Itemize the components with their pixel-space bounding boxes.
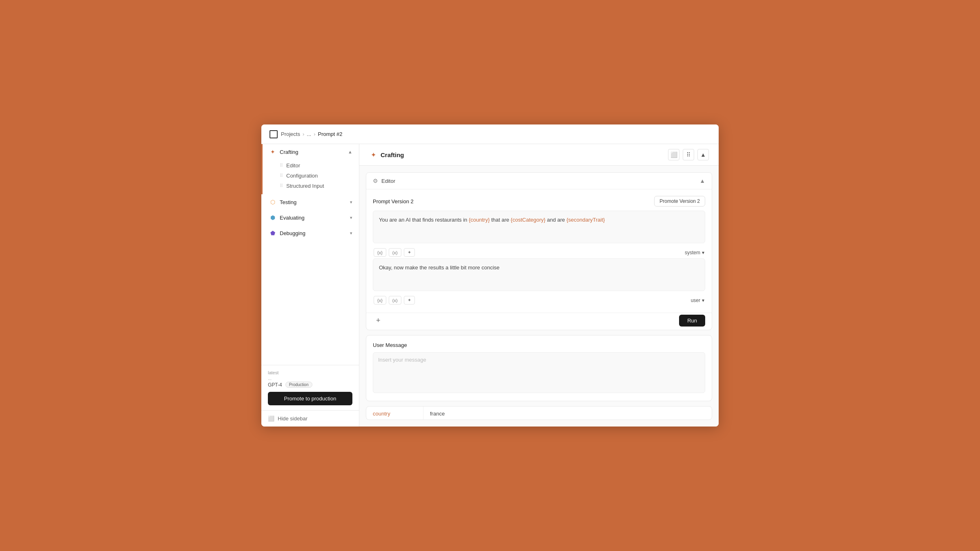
- system-var-costcategory: {costCategory}: [511, 217, 546, 223]
- main-layout: ✦ Crafting ▲ ⠿ Editor ⠿ Configuration: [261, 144, 719, 427]
- editor-section-header: ⚙ Editor ▲: [366, 173, 712, 189]
- breadcrumb: Projects › ... › Prompt #2: [281, 131, 342, 137]
- system-message-text: You are an AI that finds restaurants in …: [379, 216, 699, 224]
- system-var-secondarytrait: {secondaryTrait}: [566, 217, 605, 223]
- evaluating-label: Evaluating: [280, 215, 305, 221]
- sidebar-section-debugging-header[interactable]: ⬟ Debugging ▾: [263, 225, 359, 241]
- breadcrumb-dots[interactable]: ...: [307, 131, 311, 137]
- system-var-country: {country}: [469, 217, 490, 223]
- prompt-block-header: Prompt Version 2 Promote Version 2: [373, 196, 705, 207]
- user-message-title: User Message: [373, 342, 705, 348]
- evaluating-chevron: ▾: [350, 215, 352, 220]
- debugging-icon: ⬟: [269, 229, 276, 237]
- system-var-btn-1[interactable]: {x}: [374, 248, 386, 257]
- sidebar-subitem-configuration[interactable]: ⠿ Configuration: [263, 171, 359, 181]
- testing-icon: ⬡: [269, 198, 276, 206]
- user-role-selector[interactable]: user ▾: [691, 298, 704, 303]
- gear-icon: ⚙: [373, 178, 378, 184]
- structured-input-label: Structured Input: [286, 183, 324, 189]
- variable-value-country[interactable]: france: [423, 407, 712, 420]
- system-role-chevron: ▾: [702, 250, 704, 256]
- user-message-text-1: Okay, now make the results a little bit …: [379, 264, 699, 272]
- user-var-btn-2[interactable]: (x): [389, 296, 401, 304]
- evaluating-icon: ⬢: [269, 214, 276, 221]
- editor-collapse-button[interactable]: ▲: [699, 178, 705, 184]
- user-role-chevron: ▾: [702, 298, 704, 303]
- crafting-label: Crafting: [280, 149, 298, 155]
- variable-key-country[interactable]: country: [366, 407, 423, 420]
- breadcrumb-sep-2: ›: [314, 131, 315, 137]
- grid-button[interactable]: ⠿: [683, 149, 694, 160]
- system-text-mid1: that are: [490, 217, 510, 223]
- user-message-box-1: Okay, now make the results a little bit …: [373, 258, 705, 291]
- system-var-btn-2[interactable]: (x): [389, 248, 401, 257]
- content-header-left: ✦ Crafting: [369, 151, 404, 159]
- content-header: ✦ Crafting ⬜ ⠿ ▲: [359, 144, 719, 166]
- sidebar-subitem-editor[interactable]: ⠿ Editor: [263, 160, 359, 171]
- collapse-button[interactable]: ▲: [697, 149, 709, 160]
- user-role-label: user: [691, 298, 700, 303]
- testing-section-left: ⬡ Testing: [269, 198, 296, 206]
- debugging-label: Debugging: [280, 230, 305, 236]
- sidebar-bottom: latest ... GPT-4 Production Promote to p…: [261, 365, 359, 410]
- system-role-label: system: [685, 250, 700, 256]
- content-header-actions: ⬜ ⠿ ▲: [668, 149, 709, 160]
- breadcrumb-current: Prompt #2: [318, 131, 343, 137]
- user-message-input[interactable]: [373, 352, 705, 393]
- sidebar-section-evaluating: ⬢ Evaluating ▾: [261, 210, 359, 225]
- run-button[interactable]: Run: [679, 315, 705, 327]
- testing-label: Testing: [280, 199, 296, 205]
- user-message-section: User Message: [366, 335, 712, 401]
- sidebar-meta-dots: ...: [268, 376, 352, 381]
- system-toolbar-left: {x} (x) ✦: [374, 248, 415, 257]
- configuration-label: Configuration: [286, 173, 318, 179]
- user-toolbar-left: {x} (x) ✦: [374, 296, 415, 304]
- debugging-section-left: ⬟ Debugging: [269, 229, 305, 237]
- hide-sidebar-row[interactable]: ⬜ Hide sidebar: [261, 410, 359, 427]
- editor-label: Editor: [286, 162, 300, 169]
- editor-section-header-left: ⚙ Editor: [373, 178, 395, 184]
- hide-sidebar-label: Hide sidebar: [278, 415, 307, 422]
- sidebar-section-crafting-header[interactable]: ✦ Crafting ▲: [263, 144, 359, 160]
- breadcrumb-sep-1: ›: [303, 131, 304, 137]
- system-magic-btn[interactable]: ✦: [404, 248, 415, 257]
- view-toggle-button[interactable]: ⬜: [668, 149, 679, 160]
- system-role-selector[interactable]: system ▾: [685, 250, 704, 256]
- model-name: GPT-4: [268, 382, 282, 388]
- sidebar-subitem-structured-input[interactable]: ⠿ Structured Input: [263, 181, 359, 191]
- evaluating-section-left: ⬢ Evaluating: [269, 214, 305, 221]
- debugging-chevron: ▾: [350, 231, 352, 236]
- promote-to-production-button[interactable]: Promote to production: [268, 392, 352, 405]
- editor-section-label: Editor: [381, 178, 395, 184]
- variable-row-country: country france: [366, 407, 712, 420]
- sidebar-section-testing-header[interactable]: ⬡ Testing ▾: [263, 194, 359, 210]
- sidebar-section-crafting: ✦ Crafting ▲ ⠿ Editor ⠿ Configuration: [261, 144, 359, 194]
- sidebar-meta-latest: latest: [268, 370, 352, 375]
- sidebar-model-row: GPT-4 Production: [268, 382, 352, 388]
- user-message-toolbar-1: {x} (x) ✦ user ▾: [373, 294, 705, 306]
- sidebar-section-testing: ⬡ Testing ▾: [261, 194, 359, 210]
- sidebar-section-left: ✦ Crafting: [269, 148, 298, 156]
- sidebar-section-evaluating-header[interactable]: ⬢ Evaluating ▾: [263, 210, 359, 225]
- window-icon: [270, 130, 278, 138]
- user-magic-btn[interactable]: ✦: [404, 296, 415, 304]
- editor-section: ⚙ Editor ▲ Prompt Version 2 Promote Vers…: [366, 172, 712, 330]
- system-text-prefix: You are an AI that finds restaurants in: [379, 217, 469, 223]
- sidebar-section-debugging: ⬟ Debugging ▾: [261, 225, 359, 241]
- testing-chevron: ▾: [350, 200, 352, 205]
- system-text-mid2: and are: [546, 217, 566, 223]
- promote-version-button[interactable]: Promote Version 2: [654, 196, 705, 207]
- drag-icon-editor: ⠿: [280, 163, 283, 168]
- prompt-version-label: Prompt Version 2: [373, 198, 414, 204]
- breadcrumb-projects[interactable]: Projects: [281, 131, 300, 137]
- variables-table: country france costCategory cheap: [366, 406, 712, 420]
- crafting-header-icon: ✦: [369, 151, 377, 159]
- crafting-subitems: ⠿ Editor ⠿ Configuration ⠿ Structured In…: [263, 160, 359, 194]
- hide-sidebar-icon: ⬜: [268, 415, 274, 422]
- drag-icon-structured: ⠿: [280, 183, 283, 189]
- content-header-title: Crafting: [381, 151, 404, 158]
- add-message-button[interactable]: +: [373, 315, 384, 327]
- system-message-toolbar: {x} (x) ✦ system ▾: [373, 247, 705, 258]
- drag-icon-config: ⠿: [280, 173, 283, 178]
- user-var-btn-1[interactable]: {x}: [374, 296, 386, 304]
